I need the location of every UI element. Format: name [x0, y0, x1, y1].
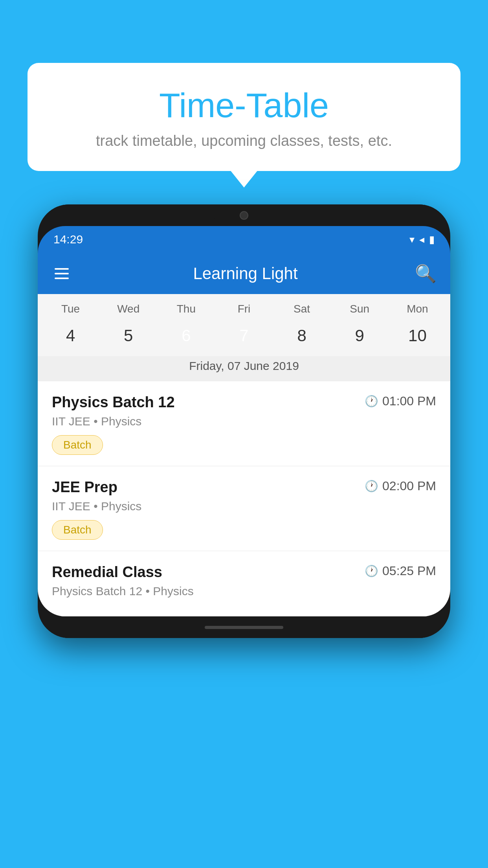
- menu-button[interactable]: [51, 265, 72, 282]
- day-thu: Thu: [157, 303, 215, 315]
- home-indicator: [205, 626, 283, 629]
- schedule-item-1-badge: Batch: [52, 435, 103, 455]
- day-tue: Tue: [42, 303, 99, 315]
- schedule-item-2-time: 🕐 02:00 PM: [365, 479, 436, 493]
- date-7[interactable]: 7: [215, 322, 273, 349]
- schedule-item-2-time-value: 02:00 PM: [382, 479, 436, 493]
- schedule-item-1-header: Physics Batch 12 🕐 01:00 PM: [52, 394, 436, 411]
- phone-screen: 14:29 ▾ ◂ ▮ Learning Light 🔍: [38, 226, 450, 616]
- speech-bubble: Time-Table track timetable, upcoming cla…: [28, 63, 460, 171]
- schedule-item-1-time-value: 01:00 PM: [382, 394, 436, 408]
- speech-bubble-container: Time-Table track timetable, upcoming cla…: [28, 63, 460, 171]
- phone-frame: 14:29 ▾ ◂ ▮ Learning Light 🔍: [38, 204, 450, 638]
- phone-top-bezel: [38, 204, 450, 226]
- day-fri: Fri: [215, 303, 273, 315]
- schedule-item-1[interactable]: Physics Batch 12 🕐 01:00 PM IIT JEE • Ph…: [38, 381, 450, 466]
- bubble-subtitle: track timetable, upcoming classes, tests…: [51, 132, 437, 149]
- schedule-item-3-title: Remedial Class: [52, 564, 162, 581]
- schedule-item-3-time-value: 05:25 PM: [382, 564, 436, 578]
- schedule-item-1-title: Physics Batch 12: [52, 394, 175, 411]
- phone-notch: [213, 204, 275, 226]
- date-5[interactable]: 5: [99, 322, 157, 349]
- schedule-item-2-title: JEE Prep: [52, 479, 117, 496]
- wifi-icon: ▾: [409, 234, 415, 246]
- clock-icon-1: 🕐: [365, 395, 378, 408]
- camera-cutout: [240, 211, 248, 220]
- date-9[interactable]: 9: [331, 322, 389, 349]
- selected-date: Friday, 07 June 2019: [38, 356, 450, 381]
- schedule-item-2-badge: Batch: [52, 520, 103, 540]
- day-mon: Mon: [389, 303, 446, 315]
- clock-icon-3: 🕐: [365, 565, 378, 577]
- app-toolbar: Learning Light 🔍: [38, 253, 450, 294]
- date-4[interactable]: 4: [42, 322, 99, 349]
- calendar-strip: Tue Wed Thu Fri Sat Sun Mon 4 5 6 7 8 9 …: [38, 294, 450, 381]
- status-icons: ▾ ◂ ▮: [409, 234, 435, 246]
- signal-icon: ◂: [419, 234, 424, 246]
- date-10[interactable]: 10: [389, 322, 446, 349]
- day-sat: Sat: [273, 303, 331, 315]
- schedule-item-2-header: JEE Prep 🕐 02:00 PM: [52, 479, 436, 496]
- schedule-item-3-sub: Physics Batch 12 • Physics: [52, 585, 436, 598]
- search-button[interactable]: 🔍: [415, 263, 437, 284]
- app-title: Learning Light: [76, 264, 415, 283]
- schedule-item-2[interactable]: JEE Prep 🕐 02:00 PM IIT JEE • Physics Ba…: [38, 466, 450, 551]
- day-headers: Tue Wed Thu Fri Sat Sun Mon: [38, 294, 450, 319]
- date-8[interactable]: 8: [273, 322, 331, 349]
- phone-container: 14:29 ▾ ◂ ▮ Learning Light 🔍: [38, 204, 450, 638]
- date-6[interactable]: 6: [157, 322, 215, 349]
- schedule-item-3-time: 🕐 05:25 PM: [365, 564, 436, 578]
- schedule-list: Physics Batch 12 🕐 01:00 PM IIT JEE • Ph…: [38, 381, 450, 616]
- schedule-item-3-header: Remedial Class 🕐 05:25 PM: [52, 564, 436, 581]
- battery-icon: ▮: [429, 234, 435, 246]
- status-bar: 14:29 ▾ ◂ ▮: [38, 226, 450, 253]
- schedule-item-2-sub: IIT JEE • Physics: [52, 500, 436, 513]
- schedule-item-3[interactable]: Remedial Class 🕐 05:25 PM Physics Batch …: [38, 551, 450, 616]
- schedule-item-1-sub: IIT JEE • Physics: [52, 415, 436, 428]
- day-sun: Sun: [331, 303, 389, 315]
- bubble-title: Time-Table: [51, 86, 437, 125]
- schedule-item-1-time: 🕐 01:00 PM: [365, 394, 436, 408]
- clock-icon-2: 🕐: [365, 480, 378, 493]
- status-time: 14:29: [53, 233, 83, 246]
- day-wed: Wed: [99, 303, 157, 315]
- phone-bottom-bezel: [38, 616, 450, 638]
- day-numbers: 4 5 6 7 8 9 10: [38, 319, 450, 356]
